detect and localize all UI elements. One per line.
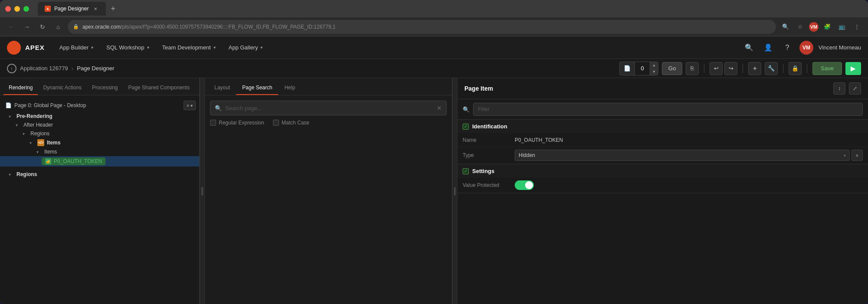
page-spin-up[interactable]: ▲ [650,62,658,69]
right-expand-btn[interactable]: ⤢ [849,82,861,95]
add-btn[interactable]: + [748,62,761,75]
chevron-items-sub: ▾ [36,150,42,154]
page-number-input[interactable] [635,62,650,75]
nav-item-team-development-label: Team Development [162,44,211,51]
browser-titlebar: A Page Designer ✕ + [0,0,868,17]
undo-btn[interactable]: ↩ [710,62,723,75]
page-header-row: 📄 Page 0: Global Page - Desktop ≡ ▾ [0,99,199,112]
tab-dynamic-actions[interactable]: Dynamic Actions [38,81,87,95]
back-btn[interactable]: ← [5,21,17,33]
app-navbar: APEX App Builder ▾ SQL Workshop ▾ Team D… [0,36,868,59]
nav-item-app-builder[interactable]: App Builder ▾ [53,42,99,53]
prop-label-value-protected: Value Protected [463,182,515,188]
browser-search-btn[interactable]: 🔍 [779,21,792,33]
section-settings-header[interactable]: ✓ Settings [457,164,868,178]
browser-cast-btn[interactable]: 📺 [836,21,848,33]
home-btn[interactable]: ⌂ [52,21,64,33]
apex-logo: APEX [7,41,45,55]
tab-layout[interactable]: Layout [208,81,236,95]
wrench-btn[interactable]: 🔧 [765,62,778,75]
prop-dropdown-type[interactable]: Hidden ▾ [515,150,850,161]
prop-row-type: Type Hidden ▾ ≡ [457,147,868,164]
right-sort-btn[interactable]: ↕ [833,82,845,95]
tree-regions-under-after-header[interactable]: ▾ Regions [0,129,199,138]
tab-help[interactable]: Help [278,81,301,95]
nav-item-sql-workshop[interactable]: SQL Workshop ▾ [100,42,155,53]
option-match-case[interactable]: Match Case [273,120,309,126]
tree-label-items-code: Items [47,140,60,146]
browser-actions: 🔍 ☆ VM 🧩 📺 ⋮ [779,21,863,33]
search-input[interactable] [225,105,433,111]
browser-frame: A Page Designer ✕ + ← → ↻ ⌂ 🔒 apex.oracl… [0,0,868,304]
reload-btn[interactable]: ↻ [36,21,49,33]
tab-rendering[interactable]: Rendering [3,81,38,95]
search-nav-btn[interactable]: 🔍 [742,41,756,55]
address-box[interactable]: 🔒 apex.oracle.com/pls/apex/f?p=4000:4500… [68,20,776,34]
redo-btn[interactable]: ↪ [724,62,737,75]
browser-more-btn[interactable]: ⋮ [851,21,863,33]
option-regex[interactable]: Regular Expression [210,120,264,126]
tab-close-btn[interactable]: ✕ [92,5,99,12]
lock-btn[interactable]: 🔒 [789,62,802,75]
prop-dropdown-type-value: Hidden [519,152,535,158]
tree-regions-bottom[interactable]: ▾ Regions [0,170,199,179]
prop-list-btn-type[interactable]: ≡ [852,150,863,161]
breadcrumb-current-page: Page Designer [77,65,114,72]
page-spin-down[interactable]: ▼ [650,69,658,75]
toolbar-sep-3 [783,64,783,73]
nav-item-sql-workshop-label: SQL Workshop [106,44,144,51]
prop-row-value-protected: Value Protected [457,178,868,193]
page-header-left: 📄 Page 0: Global Page - Desktop [5,102,86,108]
checkbox-regex[interactable] [210,120,216,126]
code-icon: </> [37,139,44,146]
browser-bookmark-btn[interactable]: ☆ [794,21,806,33]
save-button[interactable]: Save [812,62,842,75]
traffic-light-minimize[interactable] [14,6,20,12]
section-settings-checkbox[interactable]: ✓ [463,168,469,174]
copy-btn[interactable]: ⎘ [686,62,699,75]
new-tab-btn[interactable]: + [108,3,118,14]
right-panel: Page Item ↕ ⤢ 🔍 ✓ Identification [457,78,868,304]
tree-item-p0-oauth-token[interactable]: 🔐 P0_OAUTH_TOKEN [0,156,199,167]
tab-page-search[interactable]: Page Search [236,81,278,95]
tree-label-pre-rendering: Pre-Rendering [16,113,53,119]
nav-chevron-app-builder: ▾ [91,45,93,50]
collapse-handle-2[interactable] [452,78,457,304]
breadcrumb-app-link[interactable]: ↑ Application 126779 [7,64,68,73]
go-button[interactable]: Go [662,62,682,75]
checkbox-match-case[interactable] [273,120,279,126]
browser-tab-page-designer[interactable]: A Page Designer ✕ [38,2,106,16]
profile-nav-btn[interactable]: 👤 [761,41,775,55]
browser-extensions-btn[interactable]: 🧩 [821,21,833,33]
tab-shared-components[interactable]: Page Shared Components [123,81,194,95]
traffic-light-fullscreen[interactable] [23,6,29,12]
run-button[interactable]: ▶ [845,62,861,75]
collapse-handle-dot [201,187,203,196]
apex-logo-text: APEX [25,44,45,51]
tab-processing[interactable]: Processing [87,81,123,95]
help-nav-btn[interactable]: ? [780,41,794,55]
page-icon-btn[interactable]: 📄 [620,62,635,75]
tree-items-code[interactable]: ▾ </> Items [0,138,199,147]
nav-chevron-team-development: ▾ [214,45,216,50]
tree-items-sub[interactable]: ▾ Items [0,147,199,156]
toggle-value-protected[interactable] [515,180,534,190]
nav-item-app-gallery[interactable]: App Gallery ▾ [223,42,269,53]
breadcrumb-right: 📄 ▲ ▼ Go ⎘ ↩ ↪ + 🔧 🔒 [619,62,861,75]
nav-item-team-development[interactable]: Team Development ▾ [156,42,222,53]
tree-pre-rendering[interactable]: ▾ Pre-Rendering [0,112,199,121]
search-clear-btn[interactable]: ✕ [437,105,442,111]
browser-user-btn[interactable]: VM [809,22,819,32]
user-name[interactable]: Vincent Morneau [819,44,861,51]
forward-btn[interactable]: → [21,21,33,33]
main-area: Rendering Dynamic Actions Processing Pag… [0,78,868,304]
breadcrumb-bar: ↑ Application 126779 › Page Designer 📄 ▲… [0,59,868,78]
traffic-light-close[interactable] [5,6,11,12]
search-icon: 🔍 [215,105,222,111]
section-identification-checkbox[interactable]: ✓ [463,124,469,130]
page-menu-btn[interactable]: ≡ ▾ [184,101,196,110]
filter-input[interactable] [473,103,863,116]
section-identification-header[interactable]: ✓ Identification [457,120,868,133]
collapse-handle[interactable] [200,78,205,304]
tree-after-header[interactable]: ▾ After Header [0,121,199,129]
